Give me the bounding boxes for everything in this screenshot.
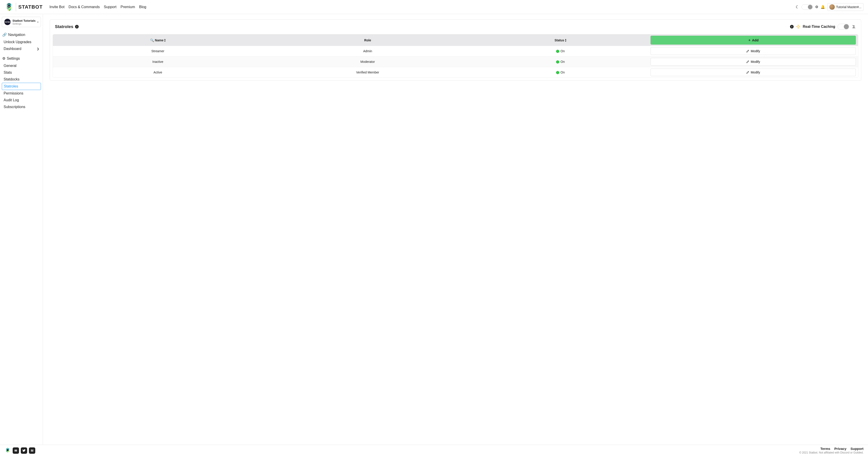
cell-role: Moderator: [263, 57, 472, 67]
cell-action: Modify: [648, 67, 858, 78]
sort-icon: ▴▾: [565, 38, 566, 42]
footer-copyright: © 2021 Statbot. Not affiliated with Disc…: [799, 451, 864, 454]
statroles-table: 🔍 Name ▴▾ Role Status ▴▾ ＋ Add: [53, 34, 858, 78]
table-row: Inactive Moderator On Modify: [53, 57, 858, 67]
col-header-role: Role: [263, 34, 472, 46]
table-body: Streamer Admin On Modify Inactive Modera…: [53, 46, 858, 78]
info-icon[interactable]: i: [75, 25, 79, 29]
main-nav: Invite Bot Docs & Commands Support Premi…: [50, 5, 147, 9]
status-dot-icon: [556, 50, 559, 53]
server-selector[interactable]: STATBOT Statbot Tutorials Settings ▾: [2, 17, 41, 27]
footer-support[interactable]: Support: [850, 447, 864, 451]
cell-name: Streamer: [53, 46, 263, 56]
link-icon: 🔗: [2, 33, 7, 37]
table-header: 🔍 Name ▴▾ Role Status ▴▾ ＋ Add: [53, 34, 858, 46]
user-slash-icon[interactable]: [851, 24, 856, 29]
footer-terms[interactable]: Terms: [820, 447, 830, 451]
modify-button[interactable]: Modify: [651, 47, 856, 55]
nav-docs[interactable]: Docs & Commands: [68, 5, 100, 9]
sort-icon: ▴▾: [164, 38, 165, 42]
edit-icon: [746, 71, 749, 74]
col-header-action: ＋ Add: [648, 34, 858, 46]
sidebar-item-statroles[interactable]: Statroles: [2, 83, 41, 90]
footer: ✉ M Terms Privacy Support © 2021 Statbot…: [0, 445, 868, 456]
info-icon[interactable]: i: [790, 25, 794, 29]
svg-point-14: [7, 449, 8, 451]
theme-toggle[interactable]: [802, 4, 813, 10]
sidebar-item-stats[interactable]: Stats: [2, 69, 41, 76]
cell-status: On: [473, 46, 648, 56]
page-title: Statroles i: [55, 24, 79, 29]
statbot-logo-icon: SB: [4, 2, 13, 11]
status-dot-icon: [556, 71, 559, 74]
gear-icon[interactable]: ⚙: [815, 5, 818, 9]
add-button[interactable]: ＋ Add: [651, 36, 856, 44]
cell-action: Modify: [648, 46, 858, 56]
user-name: Tutorial Master#...: [836, 5, 862, 9]
nav-support[interactable]: Support: [104, 5, 116, 9]
cell-role: Verified Member: [263, 67, 472, 77]
email-icon[interactable]: ✉: [13, 448, 19, 454]
nav-premium[interactable]: Premium: [121, 5, 135, 9]
sidebar-item-statdocks[interactable]: Statdocks: [2, 76, 41, 83]
nav-section-header: 🔗 Navigation: [2, 32, 41, 38]
bell-icon[interactable]: 🔔: [820, 5, 825, 9]
server-sub: Settings: [12, 22, 37, 25]
svg-text:SB: SB: [8, 6, 10, 7]
brand-name: STATBOT: [18, 4, 43, 10]
sidebar: STATBOT Statbot Tutorials Settings ▾ 🔗 N…: [0, 14, 43, 445]
footer-privacy[interactable]: Privacy: [834, 447, 846, 451]
twitter-icon[interactable]: [21, 448, 27, 454]
cell-name: Active: [53, 67, 263, 77]
modify-button[interactable]: Modify: [651, 58, 856, 66]
cell-status: On: [473, 57, 648, 67]
panel-header: Statroles i i Real-Time Caching: [50, 20, 861, 33]
user-menu[interactable]: Tutorial Master#...: [827, 3, 864, 11]
col-header-name[interactable]: 🔍 Name ▴▾: [53, 34, 263, 46]
avatar: [829, 4, 835, 10]
settings-section-header: ⚙ Settings: [2, 55, 41, 61]
edit-icon: [746, 50, 749, 53]
logo-divider: [16, 3, 16, 11]
table-row: Streamer Admin On Modify: [53, 46, 858, 57]
sidebar-item-permissions[interactable]: Permissions: [2, 90, 41, 97]
medium-icon[interactable]: M: [29, 448, 35, 454]
statroles-panel: Statroles i i Real-Time Caching: [50, 20, 861, 81]
cell-role: Admin: [263, 46, 472, 56]
sidebar-item-subscriptions[interactable]: Subscriptions: [2, 103, 41, 110]
top-header: SB STATBOT Invite Bot Docs & Commands Su…: [0, 0, 868, 14]
statbot-logo-icon[interactable]: [4, 448, 11, 454]
sidebar-item-unlock[interactable]: Unlock Upgrades: [2, 39, 41, 45]
cell-status: On: [473, 67, 648, 77]
nav-invite[interactable]: Invite Bot: [50, 5, 65, 9]
server-name: Statbot Tutorials: [12, 19, 37, 22]
cell-name: Inactive: [53, 57, 263, 67]
edit-icon: [746, 60, 749, 63]
caching-label: Real-Time Caching: [803, 25, 835, 29]
moon-icon: ☾: [796, 4, 799, 9]
main-content: Statroles i i Real-Time Caching: [43, 14, 868, 445]
sidebar-item-dashboard[interactable]: Dashboard ❯: [2, 45, 41, 52]
sidebar-item-audit[interactable]: Audit Log: [2, 97, 41, 103]
brand-logo[interactable]: SB STATBOT: [4, 2, 43, 11]
sidebar-item-general[interactable]: General: [2, 62, 41, 69]
status-dot-icon: [556, 60, 559, 63]
table-row: Active Verified Member On Modify: [53, 67, 858, 78]
cell-action: Modify: [648, 57, 858, 67]
col-header-status[interactable]: Status ▴▾: [473, 34, 648, 46]
nav-blog[interactable]: Blog: [139, 5, 146, 9]
gear-icon: ⚙: [2, 56, 5, 61]
header-right: ☾ ⚙ 🔔 Tutorial Master#...: [796, 3, 864, 11]
caret-down-icon: ▾: [37, 21, 38, 23]
caching-toggle[interactable]: [837, 24, 849, 30]
server-icon: STATBOT: [4, 19, 11, 25]
modify-button[interactable]: Modify: [651, 68, 856, 76]
chevron-right-icon: ❯: [37, 47, 39, 51]
search-icon: 🔍: [150, 38, 154, 42]
sparkle-icon: [796, 24, 800, 29]
plus-icon: ＋: [748, 38, 751, 42]
